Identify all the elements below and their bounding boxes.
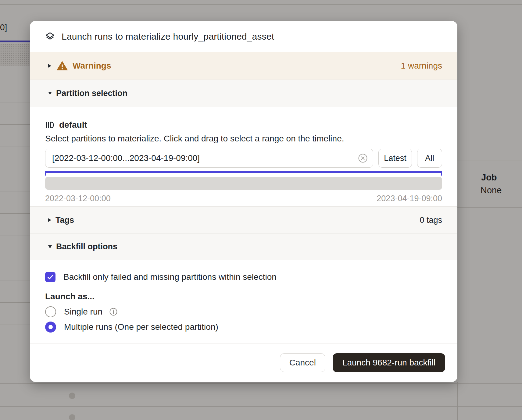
backfill-options-body: Backfill only failed and missing partiti…: [30, 260, 457, 343]
chevron-right-icon: [48, 218, 51, 222]
launch-backfill-dialog: Launch runs to materialize hourly_partit…: [30, 21, 457, 382]
cancel-button[interactable]: Cancel: [280, 353, 325, 372]
partition-health-timeline[interactable]: [45, 177, 442, 190]
multiple-runs-radio[interactable]: [45, 322, 56, 333]
clear-input-icon[interactable]: [358, 153, 368, 163]
partition-set-icon: [45, 120, 54, 130]
partition-selection-section-toggle[interactable]: Partition selection: [30, 80, 457, 107]
launch-backfill-button[interactable]: Launch 9682-run backfill: [333, 353, 445, 372]
backfill-options-header: Backfill options: [56, 242, 117, 251]
chevron-right-icon: [48, 64, 51, 68]
launch-as-label: Launch as...: [45, 292, 442, 302]
range-start-label: 2022-03-12-00:00: [45, 194, 111, 204]
all-button[interactable]: All: [417, 149, 442, 168]
dialog-title: Launch runs to materialize hourly_partit…: [62, 31, 274, 42]
tags-count: 0 tags: [420, 215, 442, 225]
materialize-asset-icon: [45, 32, 55, 41]
partition-selection-header: Partition selection: [56, 89, 127, 98]
dialog-footer: Cancel Launch 9682-run backfill: [30, 343, 457, 382]
warnings-section-toggle[interactable]: Warnings 1 warnings: [30, 52, 457, 80]
multiple-runs-label: Multiple runs (One per selected partitio…: [64, 322, 218, 332]
backfill-only-failed-checkbox[interactable]: [45, 272, 55, 282]
warning-triangle-icon: [57, 61, 68, 71]
checkmark-icon: [47, 273, 54, 281]
single-run-radio[interactable]: [45, 306, 56, 317]
warnings-count: 1 warnings: [401, 61, 442, 71]
dialog-header: Launch runs to materialize hourly_partit…: [30, 21, 457, 52]
chevron-down-icon: [48, 245, 52, 248]
info-icon[interactable]: [109, 308, 118, 316]
partition-selection-description: Select partitions to materialize. Click …: [45, 134, 442, 144]
chevron-down-icon: [48, 92, 52, 95]
tags-section-toggle[interactable]: Tags 0 tags: [30, 206, 457, 234]
partition-range-input[interactable]: [45, 149, 373, 168]
partition-selection-range-bar[interactable]: [45, 171, 442, 173]
backfill-only-failed-label: Backfill only failed and missing partiti…: [63, 272, 277, 282]
range-end-label: 2023-04-19-09:00: [377, 194, 442, 204]
backfill-options-section-toggle[interactable]: Backfill options: [30, 234, 457, 260]
warnings-label: Warnings: [73, 61, 111, 71]
latest-button[interactable]: Latest: [378, 149, 412, 168]
partition-selection-body: default Select partitions to materialize…: [30, 107, 457, 206]
single-run-label: Single run: [64, 307, 102, 317]
partition-dimension-name: default: [59, 120, 87, 130]
tags-header: Tags: [55, 215, 74, 225]
